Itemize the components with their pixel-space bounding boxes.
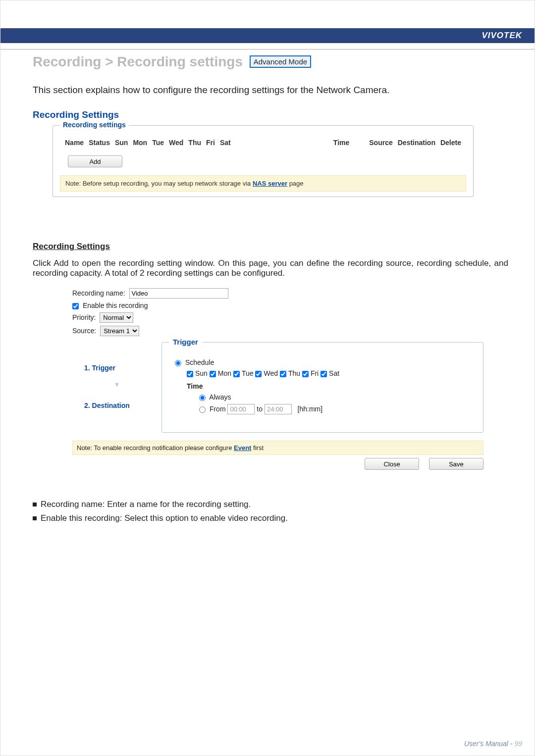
trigger-panel: Trigger Schedule Sun Mon Tue Wed Thu Fri…	[161, 342, 483, 433]
col-name: Name	[65, 139, 84, 147]
breadcrumb: Recording > Recording settings	[33, 54, 243, 69]
section-title: Recording Settings	[33, 242, 508, 252]
to-label: to	[257, 405, 263, 413]
day-sat-checkbox[interactable]	[321, 371, 327, 377]
from-label: From	[210, 405, 226, 413]
day-sun-checkbox[interactable]	[187, 371, 193, 377]
day-mon: Mon	[218, 369, 231, 377]
source-label: Source:	[72, 327, 96, 335]
recording-form: Recording name: Enable this recording Pr…	[72, 288, 483, 433]
bullet-list: Recording name: Enter a name for the rec…	[33, 500, 508, 523]
header-bar: VIVOTEK	[0, 28, 535, 43]
subheading: Recording Settings	[33, 109, 508, 120]
trigger-legend: Trigger	[169, 338, 202, 346]
always-label: Always	[209, 393, 231, 401]
to-time-input[interactable]	[265, 404, 292, 414]
col-mon: Mon	[133, 139, 147, 147]
time-always-radio[interactable]	[199, 395, 206, 401]
intro-text: This section explains how to configure t…	[33, 85, 508, 96]
close-button[interactable]: Close	[365, 458, 419, 470]
panel-legend: Recording settings	[60, 121, 129, 129]
bullet-1: Recording name: Enter a name for the rec…	[41, 500, 251, 509]
schedule-label: Schedule	[185, 358, 214, 366]
bullet-icon	[33, 503, 37, 506]
recording-settings-panel: Recording settings Name Status Sun Mon T…	[53, 125, 474, 197]
divider	[0, 49, 535, 50]
note-suffix: page	[287, 180, 304, 187]
col-wed: Wed	[169, 139, 183, 147]
bullet-2: Enable this recording: Select this optio…	[41, 513, 288, 523]
section-paragraph: Click Add to open the recording setting …	[33, 258, 508, 278]
col-thu: Thu	[188, 139, 201, 147]
footer-text: User's Manual -	[464, 740, 514, 748]
step-destination[interactable]: 2. Destination	[72, 394, 161, 417]
source-select[interactable]: Stream 1	[100, 326, 139, 336]
priority-label: Priority:	[72, 313, 96, 321]
day-fri-checkbox[interactable]	[302, 371, 309, 377]
nas-server-link[interactable]: NAS server	[253, 180, 287, 187]
footer: User's Manual - 99	[464, 740, 522, 748]
day-sun: Sun	[195, 369, 208, 377]
col-sat: Sat	[220, 139, 231, 147]
days-row: Sun Mon Tue Wed Thu Fri Sat	[187, 369, 473, 377]
note-prefix: Note: Before setup recording, you may se…	[65, 180, 253, 187]
chevron-down-icon: ▾	[72, 380, 161, 394]
add-button[interactable]: Add	[68, 155, 122, 167]
col-sun: Sun	[115, 139, 128, 147]
time-from-radio[interactable]	[199, 406, 206, 413]
event-link[interactable]: Event	[234, 444, 251, 452]
col-time: Time	[333, 139, 349, 147]
day-tue-checkbox[interactable]	[233, 371, 240, 377]
recording-name-input[interactable]	[129, 288, 228, 299]
col-source: Source	[369, 139, 392, 147]
col-fri: Fri	[206, 139, 215, 147]
col-delete: Delete	[440, 139, 461, 147]
event-note: Note: To enable recording notification p…	[72, 441, 483, 455]
day-sat: Sat	[329, 369, 339, 377]
note2-prefix: Note: To enable recording notification p…	[77, 444, 234, 452]
col-destination: Destination	[398, 139, 435, 147]
from-time-input[interactable]	[227, 404, 255, 414]
note2-suffix: first	[251, 444, 264, 452]
col-status: Status	[89, 139, 110, 147]
day-tue: Tue	[242, 369, 254, 377]
nas-note: Note: Before setup recording, you may se…	[60, 175, 466, 192]
step-trigger[interactable]: 1. Trigger	[72, 356, 161, 380]
col-tue: Tue	[152, 139, 164, 147]
steps-nav: 1. Trigger ▾ 2. Destination	[72, 342, 161, 433]
day-wed-checkbox[interactable]	[255, 371, 262, 377]
time-label: Time	[187, 382, 473, 390]
enable-recording-checkbox[interactable]	[72, 303, 79, 309]
day-thu-checkbox[interactable]	[280, 371, 286, 377]
day-thu: Thu	[288, 369, 300, 377]
mode-badge: Advanced Mode	[250, 55, 311, 68]
schedule-radio[interactable]	[175, 360, 181, 366]
page-title: Recording > Recording settings Advanced …	[33, 54, 508, 70]
table-header-row: Name Status Sun Mon Tue Wed Thu Fri Sat …	[60, 137, 466, 149]
enable-recording-label: Enable this recording	[83, 302, 148, 309]
bullet-icon	[33, 516, 37, 520]
recording-name-label: Recording name:	[72, 289, 125, 297]
day-wed: Wed	[264, 369, 278, 377]
day-fri: Fri	[311, 369, 319, 377]
save-button[interactable]: Save	[429, 458, 483, 470]
priority-select[interactable]: Normal	[100, 312, 133, 323]
page-number: 99	[514, 740, 522, 748]
day-mon-checkbox[interactable]	[210, 371, 216, 377]
brand-label: VIVOTEK	[482, 31, 522, 41]
hhmm-hint: [hh:mm]	[298, 405, 323, 413]
